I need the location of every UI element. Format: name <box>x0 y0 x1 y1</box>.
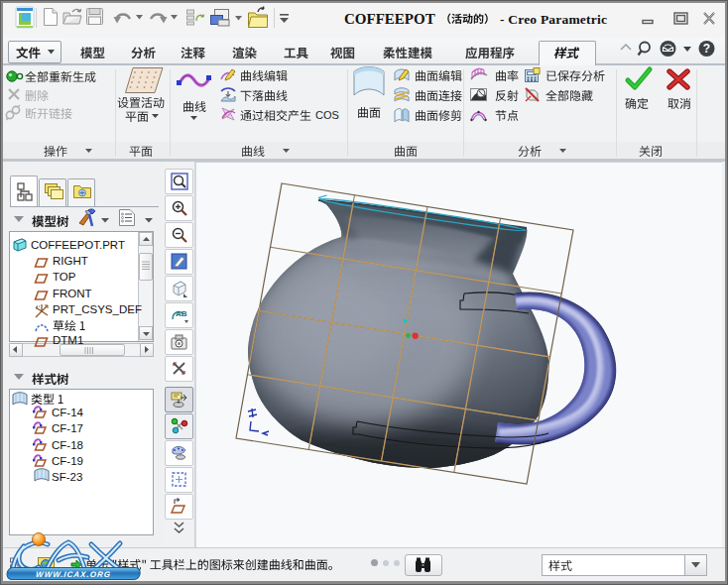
svg-text:?: ? <box>703 42 710 56</box>
svg-text:AB: AB <box>176 309 187 318</box>
svg-text:WWW.ICAX.ORG: WWW.ICAX.ORG <box>36 570 112 579</box>
